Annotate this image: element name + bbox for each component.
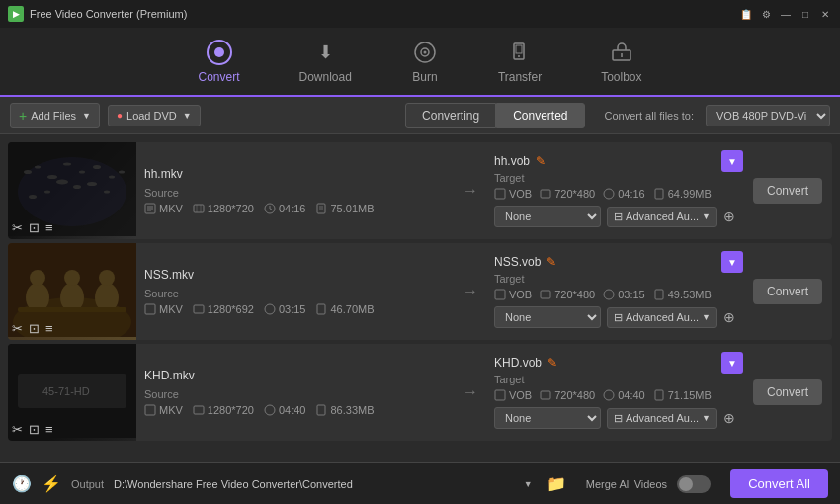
svg-point-16 (79, 171, 85, 174)
svg-rect-51 (18, 307, 126, 312)
add-files-chevron[interactable]: ▼ (82, 111, 91, 121)
edit-filename-icon[interactable]: ✎ (547, 356, 557, 370)
file-source-meta: KHD.mkv Source MKV 1280*720 04:40 86.33M (136, 344, 455, 441)
advanced-audio-button[interactable]: ⊟ Advanced Au... ▼ (607, 408, 717, 429)
svg-line-35 (270, 209, 272, 210)
file-list: ✂ ⊡ ≡ hh.mkv Source MKV 1280*720 04:16 (0, 134, 840, 462)
crop-icon[interactable]: ⊡ (29, 422, 40, 437)
effect-select[interactable]: None (494, 206, 601, 227)
svg-point-19 (56, 180, 68, 185)
convert-button[interactable]: Convert (753, 379, 822, 405)
convert-btn-col: Convert (743, 344, 832, 441)
adjust-icon[interactable]: ⊕ (723, 209, 735, 224)
transfer-icon (506, 39, 534, 66)
file-row: ✂ ⊡ ≡ hh.mkv Source MKV 1280*720 04:16 (8, 142, 832, 239)
svg-rect-53 (194, 305, 204, 313)
target-format-dropdown[interactable]: ▼ (721, 352, 743, 374)
adjust-icon[interactable]: ⊕ (723, 410, 735, 426)
minimize-button[interactable]: — (779, 7, 793, 21)
file-source-meta: NSS.mkv Source MKV 1280*692 03:15 46.70M (136, 243, 455, 340)
target-size: 64.99MB (653, 188, 712, 200)
arrow-separator: → (455, 142, 486, 239)
settings-icon[interactable]: ⚙ (759, 7, 773, 21)
svg-rect-57 (541, 291, 550, 298)
nav-convert-label: Convert (198, 70, 239, 84)
file-target-meta: NSS.vob ✎ Target VOB 720*480 03:15 (486, 243, 743, 340)
advanced-audio-button[interactable]: ⊟ Advanced Au... ▼ (607, 307, 717, 328)
svg-rect-30 (194, 205, 204, 212)
tab-converting[interactable]: Converting (405, 103, 496, 128)
nav-download-label: Download (299, 70, 352, 84)
svg-point-50 (99, 270, 115, 286)
nav-download[interactable]: ⬇ Download (299, 39, 352, 84)
scissors-icon[interactable]: ✂ (12, 220, 23, 235)
maximize-button[interactable]: □ (798, 7, 812, 21)
effect-select[interactable]: None (494, 407, 601, 429)
source-filename: KHD.mkv (144, 369, 447, 382)
file-row: ✂ ⊡ ≡ NSS.mkv Source MKV 1280*692 03:15 (8, 243, 832, 340)
svg-point-58 (604, 290, 614, 299)
target-format-dropdown[interactable]: ▼ (721, 150, 743, 172)
svg-rect-40 (541, 190, 550, 198)
convert-button[interactable]: Convert (753, 279, 822, 304)
source-size: 46.70MB (315, 303, 374, 315)
load-dvd-button[interactable]: ● Load DVD ▼ (108, 105, 201, 126)
edit-filename-icon[interactable]: ✎ (546, 255, 556, 269)
target-size: 49.53MB (653, 289, 712, 300)
nav-burn[interactable]: Burn (411, 39, 439, 84)
add-files-button[interactable]: + Add Files ▼ (10, 103, 100, 128)
effects-icon[interactable]: ≡ (45, 220, 53, 235)
tab-group: Converting Converted (405, 103, 584, 128)
source-format: MKV (144, 404, 183, 416)
window-controls: 📋 ⚙ — □ ✕ (739, 7, 832, 21)
adjust-icon[interactable]: ⊕ (723, 309, 735, 325)
scissors-icon[interactable]: ✂ (12, 422, 23, 437)
history-icon[interactable]: 🕐 (12, 474, 32, 493)
nav-transfer[interactable]: Transfer (498, 39, 542, 84)
nav-toolbox[interactable]: Toolbox (601, 39, 641, 84)
folder-icon[interactable]: 📁 (546, 474, 566, 493)
source-resolution: 1280*692 (193, 303, 254, 315)
svg-point-22 (87, 182, 97, 186)
register-icon[interactable]: 📋 (739, 7, 753, 21)
load-dvd-chevron[interactable]: ▼ (183, 111, 192, 121)
title-bar: ▶ Free Video Converter (Premium) 📋 ⚙ — □… (0, 0, 840, 28)
crop-icon[interactable]: ⊡ (29, 220, 40, 235)
source-filename: NSS.mkv (144, 268, 447, 282)
advanced-chevron: ▼ (702, 413, 711, 423)
nav-convert[interactable]: Convert (198, 39, 239, 84)
lightning-icon[interactable]: ⚡ (42, 474, 61, 493)
svg-rect-56 (495, 290, 505, 299)
merge-label: Merge All Videos (586, 478, 667, 490)
convert-all-format-select[interactable]: VOB 480P DVD-Vi (706, 105, 830, 126)
target-duration: 04:16 (603, 188, 645, 200)
close-button[interactable]: ✕ (818, 7, 832, 21)
target-format: VOB (494, 188, 532, 200)
source-format: MKV (144, 203, 183, 214)
arrow-separator: → (455, 243, 486, 340)
advanced-audio-button[interactable]: ⊟ Advanced Au... ▼ (607, 207, 717, 227)
file-source-meta: hh.mkv Source MKV 1280*720 04:16 75.01MB (136, 142, 455, 239)
nav-bar: Convert ⬇ Download Burn Transfer (0, 28, 840, 97)
svg-rect-67 (495, 390, 505, 400)
merge-toggle[interactable] (677, 475, 711, 493)
tab-converted[interactable]: Converted (496, 103, 584, 128)
target-filename-text: hh.vob (494, 154, 530, 168)
scissors-icon[interactable]: ✂ (12, 321, 23, 336)
nav-burn-label: Burn (412, 70, 437, 84)
svg-rect-70 (655, 390, 663, 400)
output-path-chevron[interactable]: ▼ (524, 479, 533, 489)
svg-point-20 (73, 185, 81, 189)
convert-all-button[interactable]: Convert All (730, 469, 828, 498)
effect-select[interactable]: None (494, 306, 601, 328)
burn-icon (411, 39, 439, 66)
convert-button[interactable]: Convert (753, 178, 822, 204)
svg-point-25 (119, 171, 125, 174)
download-icon: ⬇ (311, 39, 339, 66)
crop-icon[interactable]: ⊡ (29, 321, 40, 336)
effects-icon[interactable]: ≡ (45, 422, 53, 437)
edit-filename-icon[interactable]: ✎ (536, 154, 546, 168)
effects-icon[interactable]: ≡ (45, 321, 53, 336)
svg-point-4 (423, 51, 426, 54)
target-format-dropdown[interactable]: ▼ (721, 251, 743, 273)
